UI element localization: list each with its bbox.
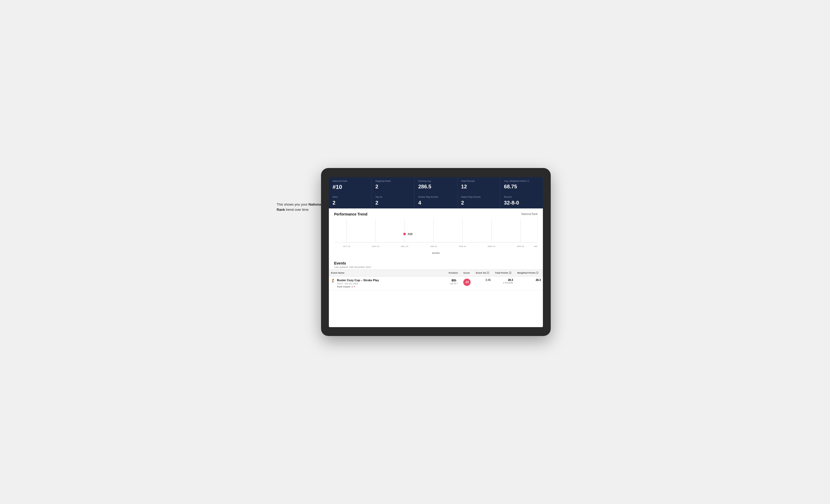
trend-label: National Rank — [521, 212, 538, 215]
stat-match-play-events: Match Play Events 2 — [457, 193, 500, 208]
stat-stroke-play-events: Stroke Play Events 4 — [414, 193, 457, 208]
total-points-sub: 3 Rounds — [495, 281, 513, 284]
tablet-screen: National Rank #10 Regional Rank 2 Scorin… — [329, 177, 543, 327]
svg-text:MAY 24: MAY 24 — [534, 245, 538, 247]
trend-chart: #10 OCT 23 NOV 23 DEC 23 JAN 24 FEB 24 M… — [334, 219, 538, 250]
events-title: Events — [334, 261, 538, 265]
scene: This shows you your National Rank trend … — [277, 168, 553, 336]
event-row: 🏌️ Buster Cozy Cup – Stroke Play Oct 9 -… — [329, 276, 543, 290]
performance-trend-section: Performance Trend National Rank — [329, 208, 543, 258]
stat-national-rank: National Rank #10 — [329, 177, 372, 193]
stat-avg-weighted-points: Avg. Weighted Points ⓘ 68.75 — [500, 177, 543, 193]
svg-text:FEB 24: FEB 24 — [459, 245, 466, 247]
event-name-cell: 🏌️ Buster Cozy Cup – Stroke Play Oct 9 -… — [329, 276, 447, 290]
stat-total-rounds: Total Rounds 12 — [457, 177, 500, 193]
events-table: Event Name Position Score Event SG ⓘ Tot… — [329, 269, 543, 290]
annotation-text: This shows you your National Rank trend … — [277, 202, 322, 211]
chart-container: #10 OCT 23 NOV 23 DEC 23 JAN 24 FEB 24 M… — [334, 219, 538, 254]
stat-wins: Wins 2 — [329, 193, 372, 208]
event-date: Oct 9 - Oct 10, 2023 — [337, 282, 379, 285]
stats-row-2: Wins 2 Top 3s 2 Stroke Play Events 4 Mat… — [329, 193, 543, 208]
col-total-points: Total Points ⓘ — [493, 269, 515, 276]
event-position: 6th — [449, 279, 459, 282]
chart-axis-label: Months — [334, 252, 538, 254]
event-rank-impact: Rank Impact: 3 ▼ — [337, 285, 379, 288]
total-points-value: 28.3 — [495, 279, 513, 281]
events-table-body: 🏌️ Buster Cozy Cup – Stroke Play Oct 9 -… — [329, 276, 543, 290]
stat-regional-rank: Regional Rank 2 — [372, 177, 414, 193]
svg-text:NOV 23: NOV 23 — [372, 245, 380, 247]
svg-point-11 — [403, 233, 406, 235]
events-table-header-row: Event Name Position Score Event SG ⓘ Tot… — [329, 269, 543, 276]
col-weighted-points: Weighted Points ⓘ — [515, 269, 543, 276]
event-score-cell: -22 — [461, 276, 474, 290]
svg-text:#10: #10 — [408, 232, 412, 236]
tablet-device: National Rank #10 Regional Rank 2 Scorin… — [321, 168, 551, 336]
score-badge: -22 — [463, 279, 471, 286]
event-position-sub: out of 7 — [449, 282, 459, 285]
col-score: Score — [461, 269, 474, 276]
rank-arrow-icon: ▼ — [353, 285, 355, 288]
col-event-name: Event Name — [329, 269, 447, 276]
weighted-points-cell: 28.3 — [515, 276, 543, 290]
stats-row-1: National Rank #10 Regional Rank 2 Scorin… — [329, 177, 543, 193]
col-position: Position — [447, 269, 461, 276]
svg-text:MAR 24: MAR 24 — [488, 245, 496, 247]
golf-icon: 🏌️ — [331, 279, 336, 283]
event-position-cell: 6th out of 7 — [447, 276, 461, 290]
total-points-cell: 28.3 3 Rounds — [493, 276, 515, 290]
svg-text:DEC 23: DEC 23 — [401, 245, 409, 247]
weighted-points-value: 28.3 — [536, 279, 541, 281]
trend-title: Performance Trend — [334, 212, 368, 216]
event-main-name: Buster Cozy Cup – Stroke Play — [337, 279, 379, 282]
events-header: Events Last updated: 24th November 2023 — [329, 258, 543, 269]
svg-text:JAN 24: JAN 24 — [430, 245, 437, 247]
annotation-bold: National Rank — [277, 202, 322, 211]
event-sg-value: 0.45 — [486, 279, 491, 281]
stat-top3s: Top 3s 2 — [372, 193, 414, 208]
stat-scoring-avg: Scoring Avg. 286.5 — [414, 177, 457, 193]
events-last-updated: Last updated: 24th November 2023 — [334, 266, 538, 268]
trend-header: Performance Trend National Rank — [334, 212, 538, 216]
svg-text:OCT 23: OCT 23 — [343, 245, 350, 247]
event-sg-cell: 0.45 — [474, 276, 493, 290]
col-event-sg: Event SG ⓘ — [474, 269, 493, 276]
stat-record: Record 32-8-0 — [500, 193, 543, 208]
svg-text:APR 24: APR 24 — [517, 245, 524, 247]
